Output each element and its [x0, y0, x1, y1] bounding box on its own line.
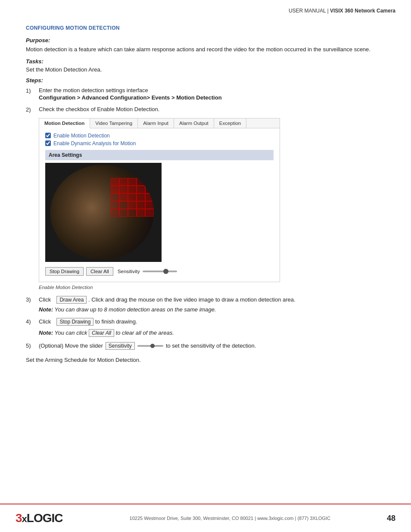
inline-thumb: [150, 344, 155, 348]
grid-cell: [128, 186, 137, 193]
step-4-suffix: to finish drawing.: [95, 318, 137, 325]
step-4: 4) Click Stop Drawing to finish drawing.…: [26, 318, 385, 337]
grid-cell: [119, 209, 128, 217]
step-3-suffix: . Click and drag the mouse on the live v…: [88, 296, 296, 303]
grid-cell: [145, 186, 154, 193]
step-3-note-prefix: Note:: [39, 306, 53, 313]
sensitivity-slider-wrap: [143, 271, 177, 272]
grid-cell: [128, 178, 137, 186]
grid-cell: [119, 186, 128, 193]
step-3-note-text: You can draw up to 8 motion detection ar…: [53, 306, 216, 313]
fisheye-circle: [50, 165, 154, 260]
step-2-num: 2): [26, 106, 39, 113]
step-4-prefix: Click: [39, 318, 51, 325]
enable-motion-checkbox[interactable]: [45, 133, 51, 138]
tab-exception[interactable]: Exception: [214, 118, 247, 128]
checkbox-enable-motion[interactable]: Enable Motion Detection: [45, 133, 274, 139]
grid-cell: [128, 209, 137, 217]
footer-address: 10225 Westmoor Drive, Suite 300, Westmin…: [73, 516, 387, 521]
inline-slider[interactable]: [137, 345, 163, 347]
grid-cell: [119, 193, 128, 201]
logo-x2: x: [22, 513, 27, 524]
controls-row: Stop Drawing Clear All Sensitivity: [45, 265, 274, 277]
tab-alarm-output[interactable]: Alarm Output: [174, 118, 214, 128]
clear-all-button-ref: Clear All: [89, 329, 114, 337]
logo-x: 3: [16, 511, 22, 525]
step-4-note-text: You can click: [53, 330, 89, 336]
step-2-body: Check the checkbox of Enable Motion Dete…: [39, 106, 385, 112]
step-4-note: Note: You can click Clear All to clear a…: [39, 329, 385, 337]
tab-motion-detection[interactable]: Motion Detection: [39, 118, 90, 128]
draw-area-button-ref: Draw Area: [56, 296, 87, 304]
grid-cell: [145, 209, 154, 217]
sensitivity-slider[interactable]: [143, 271, 177, 272]
page-header: USER MANUAL | VISIX 360 Network Camera: [0, 0, 411, 17]
step-1: 1) Enter the motion detection settings i…: [26, 87, 385, 101]
grid-cell: [145, 201, 154, 209]
step-3: 3) Click Draw Area . Click and drag the …: [26, 296, 385, 313]
footer-logo: 3xLOGIC: [16, 511, 63, 525]
sensitivity-label: Sensitivity: [118, 269, 140, 274]
purpose-label: Purpose:: [26, 37, 385, 44]
grid-cell: [119, 201, 128, 209]
camera-area: [45, 163, 162, 262]
step-1-bold: Configuration > Advanced Configuration> …: [39, 94, 385, 101]
step-3-body: Click Draw Area . Click and drag the mou…: [39, 296, 385, 313]
clear-all-button[interactable]: Clear All: [86, 267, 113, 276]
grid-cell: [137, 186, 145, 193]
grid-cell: [111, 201, 119, 209]
step-1-body: Enter the motion detection settings inte…: [39, 87, 385, 101]
tasks-label: Tasks:: [26, 58, 385, 65]
main-content: CONFIGURING MOTION DETECTION Purpose: Mo…: [0, 17, 411, 504]
step-2: 2) Check the checkbox of Enable Motion D…: [26, 106, 385, 113]
purpose-text: Motion detection is a feature which can …: [26, 45, 385, 54]
grid-cell: [111, 193, 119, 201]
page-wrapper: USER MANUAL | VISIX 360 Network Camera C…: [0, 0, 411, 532]
grid-cell: [111, 209, 119, 217]
tab-alarm-input[interactable]: Alarm Input: [138, 118, 174, 128]
grid-cell: [145, 193, 154, 201]
stop-drawing-button[interactable]: Stop Drawing: [45, 267, 84, 276]
grid-cell: [111, 178, 119, 186]
page-footer: 3xLOGIC 10225 Westmoor Drive, Suite 300,…: [0, 504, 411, 532]
tab-video-tampering[interactable]: Video Tampering: [90, 118, 138, 128]
grid-cell: [137, 209, 145, 217]
grid-cell: [137, 178, 145, 186]
tabs-row: Motion Detection Video Tampering Alarm I…: [39, 118, 280, 128]
final-note: Set the Arming Schedule for Motion Detec…: [26, 357, 385, 363]
header-bold: VISIX 360 Network Camera: [330, 8, 395, 14]
checkbox-enable-dynamic[interactable]: Enable Dynamic Analysis for Motion: [45, 140, 274, 146]
footer-page: 48: [387, 514, 395, 523]
area-settings-bar: Area Settings: [45, 150, 274, 160]
motion-detection-grid: [111, 178, 154, 217]
step-3-note: Note: You can draw up to 8 motion detect…: [39, 306, 385, 313]
step-5-text: (Optional) Move the slider: [39, 342, 103, 349]
step-3-prefix: Click: [39, 296, 51, 303]
step-5: 5) (Optional) Move the slider Sensitivit…: [26, 342, 385, 350]
tasks-text: Set the Motion Detection Area.: [26, 66, 385, 73]
step-2-text: Check the checkbox of Enable Motion Dete…: [39, 106, 159, 112]
caption-text: Enable Motion Detection: [39, 285, 385, 290]
grid-cell: [137, 193, 145, 201]
step-5-num: 5): [26, 342, 39, 349]
slider-thumb: [163, 269, 168, 274]
step-4-body: Click Stop Drawing to finish drawing. No…: [39, 318, 385, 337]
grid-cell: [145, 178, 154, 186]
step-1-text: Enter the motion detection settings inte…: [39, 87, 148, 93]
stop-drawing-button-ref: Stop Drawing: [56, 318, 93, 326]
grid-cell: [128, 193, 137, 201]
step-1-num: 1): [26, 87, 39, 94]
enable-motion-label: Enable Motion Detection: [53, 133, 110, 139]
steps-label: Steps:: [26, 77, 385, 84]
step-5-body: (Optional) Move the slider Sensitivity t…: [39, 342, 385, 350]
grid-cell: [137, 201, 145, 209]
interface-body: Enable Motion Detection Enable Dynamic A…: [39, 128, 280, 282]
logo-logic: LOGIC: [27, 511, 63, 525]
step-4-num: 4): [26, 318, 39, 325]
step-4-note-prefix: Note:: [39, 330, 53, 336]
grid-cell: [119, 178, 128, 186]
enable-dynamic-checkbox[interactable]: [45, 140, 51, 146]
grid-cell: [128, 201, 137, 209]
interface-box: Motion Detection Video Tampering Alarm I…: [39, 118, 280, 282]
section-title: CONFIGURING MOTION DETECTION: [26, 25, 385, 31]
